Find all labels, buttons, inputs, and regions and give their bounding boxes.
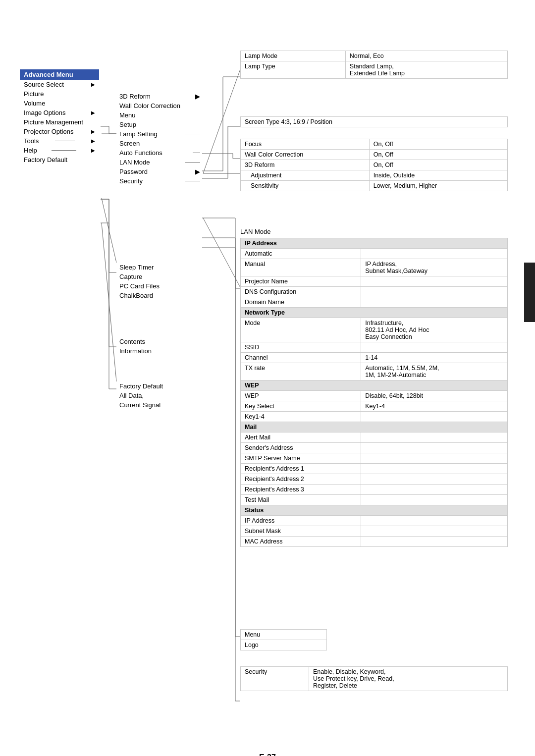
contents-item[interactable]: Contents bbox=[116, 337, 155, 346]
middle-item-password[interactable]: Password ▶ bbox=[116, 167, 203, 176]
arrow-icon: ▶ bbox=[91, 138, 95, 144]
dns-config-label: DNS Configuration bbox=[241, 287, 361, 297]
table-row: Key1-4 bbox=[241, 412, 508, 422]
projector-name-label: Projector Name bbox=[241, 276, 361, 287]
middle-item-lamp-setting[interactable]: Lamp Setting bbox=[116, 129, 203, 139]
table-row: Lamp Mode Normal, Eco bbox=[241, 51, 508, 61]
smtp-value bbox=[361, 453, 508, 464]
wall-correction-table: Focus On, Off Wall Color Correction On, … bbox=[240, 139, 508, 191]
dns-config-value bbox=[361, 287, 508, 297]
menu-item-source-select[interactable]: Source Select ▶ bbox=[20, 80, 99, 89]
middle-item-auto-functions[interactable]: Auto Functions bbox=[116, 148, 203, 158]
middle-item-lan-mode[interactable]: LAN Mode bbox=[116, 158, 203, 167]
all-data-item[interactable]: All Data, bbox=[116, 391, 166, 400]
wep-value: Disable, 64bit, 128bit bbox=[361, 391, 508, 401]
current-signal-item[interactable]: Current Signal bbox=[116, 400, 166, 410]
table-row: Test Mail bbox=[241, 495, 508, 505]
recipient1-label: Recipient's Address 1 bbox=[241, 464, 361, 474]
lamp-mode-value: Normal, Eco bbox=[345, 51, 507, 61]
mail-header-row: Mail bbox=[241, 422, 508, 432]
logo-label: Logo bbox=[241, 640, 327, 650]
recipient2-label: Recipient's Address 2 bbox=[241, 474, 361, 485]
tools-chalkboard[interactable]: ChalkBoard bbox=[116, 291, 203, 300]
sensitivity-value: Lower, Medium, Higher bbox=[369, 181, 507, 191]
tools-pc-card-files[interactable]: PC Card Files bbox=[116, 281, 203, 291]
table-row: Automatic bbox=[241, 249, 508, 259]
table-row: Mode Infrastructure,802.11 Ad Hoc, Ad Ho… bbox=[241, 318, 508, 342]
tools-sleep-timer[interactable]: Sleep Timer bbox=[116, 263, 203, 272]
svg-line-5 bbox=[102, 223, 116, 381]
information-item[interactable]: Information bbox=[116, 346, 155, 356]
menu-item-tools[interactable]: Tools ▶ bbox=[20, 136, 99, 146]
table-row: Recipient's Address 2 bbox=[241, 474, 508, 485]
menu-item-factory-default[interactable]: Factory Default bbox=[20, 155, 99, 164]
table-row: Subnet Mask bbox=[241, 526, 508, 537]
lamp-table-container: Lamp Mode Normal, Eco Lamp Type Standard… bbox=[240, 51, 508, 82]
middle-menu: 3D Reform ▶ Wall Color Correction Menu S… bbox=[116, 92, 203, 186]
table-row: Projector Name bbox=[241, 276, 508, 287]
recipient2-value bbox=[361, 474, 508, 485]
table-row: Focus On, Off bbox=[241, 139, 508, 150]
middle-item-screen[interactable]: Screen bbox=[116, 139, 203, 148]
table-row: 3D Reform On, Off bbox=[241, 160, 508, 170]
alert-mail-label: Alert Mail bbox=[241, 432, 361, 443]
middle-item-wall-color[interactable]: Wall Color Correction bbox=[116, 101, 203, 110]
menu-header: Advanced Menu bbox=[20, 69, 99, 80]
table-row: Security Enable, Disable, Keyword,Use Pr… bbox=[241, 667, 508, 691]
svg-line-1 bbox=[203, 69, 240, 173]
security-container: Security Enable, Disable, Keyword,Use Pr… bbox=[240, 666, 508, 691]
subnet-mask-value bbox=[361, 526, 508, 537]
table-row: Sender's Address bbox=[241, 443, 508, 453]
automatic-value bbox=[361, 249, 508, 259]
wep-header: WEP bbox=[241, 380, 508, 391]
ssid-value bbox=[361, 342, 508, 353]
svg-line-3 bbox=[203, 218, 240, 287]
menu-item-image-options[interactable]: Image Options ▶ bbox=[20, 108, 99, 117]
middle-item-setup[interactable]: Setup bbox=[116, 120, 203, 129]
lan-table: IP Address Automatic Manual IP Address,S… bbox=[240, 238, 508, 547]
manual-label: Manual bbox=[241, 259, 361, 276]
wep-label: WEP bbox=[241, 391, 361, 401]
menu-item-picture-management[interactable]: Picture Management bbox=[20, 117, 99, 127]
menu-item-projector-options[interactable]: Projector Options ▶ bbox=[20, 127, 99, 136]
screen-type-table: Screen Type 4:3, 16:9 / Position bbox=[240, 116, 508, 127]
tools-capture[interactable]: Capture bbox=[116, 272, 203, 281]
menu-logo-container: Menu Logo bbox=[240, 629, 327, 650]
test-mail-value bbox=[361, 495, 508, 505]
middle-item-security[interactable]: Security bbox=[116, 176, 203, 186]
table-row: IP Address bbox=[241, 516, 508, 526]
menu-item-help[interactable]: Help ▶ bbox=[20, 146, 99, 155]
menu-label: Menu bbox=[241, 630, 327, 640]
middle-item-menu[interactable]: Menu bbox=[116, 110, 203, 120]
left-menu: Advanced Menu Source Select ▶ Picture Vo… bbox=[20, 69, 99, 164]
table-row: Screen Type 4:3, 16:9 / Position bbox=[241, 117, 508, 127]
channel-value: 1-14 bbox=[361, 353, 508, 363]
status-header: Status bbox=[241, 505, 508, 516]
screen-type-label: Screen Type 4:3, 16:9 / Position bbox=[241, 117, 508, 127]
middle-item-3d-reform[interactable]: 3D Reform ▶ bbox=[116, 92, 203, 101]
side-tab bbox=[524, 263, 535, 322]
key-select-label: Key Select bbox=[241, 401, 361, 412]
adjustment-value: Inside, Outside bbox=[369, 170, 507, 181]
focus-label: Focus bbox=[241, 139, 370, 150]
arrow-icon: ▶ bbox=[91, 82, 95, 87]
sender-address-value bbox=[361, 443, 508, 453]
table-row: Channel 1-14 bbox=[241, 353, 508, 363]
security-value: Enable, Disable, Keyword,Use Protect key… bbox=[309, 667, 507, 691]
table-row: MAC Address bbox=[241, 537, 508, 547]
table-row: Key Select Key1-4 bbox=[241, 401, 508, 412]
screen-type-container: Screen Type 4:3, 16:9 / Position bbox=[240, 116, 508, 130]
focus-value: On, Off bbox=[369, 139, 507, 150]
page-number: E-37 bbox=[10, 753, 525, 756]
mode-label: Mode bbox=[241, 318, 361, 342]
factory-default-item[interactable]: Factory Default bbox=[116, 381, 166, 391]
menu-item-volume[interactable]: Volume bbox=[20, 99, 99, 108]
table-row: Alert Mail bbox=[241, 432, 508, 443]
sensitivity-label: Sensitivity bbox=[241, 181, 370, 191]
menu-item-picture[interactable]: Picture bbox=[20, 89, 99, 99]
tools-submenu: Sleep Timer Capture PC Card Files ChalkB… bbox=[116, 263, 203, 300]
ip-address-header-row: IP Address bbox=[241, 238, 508, 249]
key1-4-value bbox=[361, 412, 508, 422]
table-row: Recipient's Address 3 bbox=[241, 485, 508, 495]
wep-header-row: WEP bbox=[241, 380, 508, 391]
